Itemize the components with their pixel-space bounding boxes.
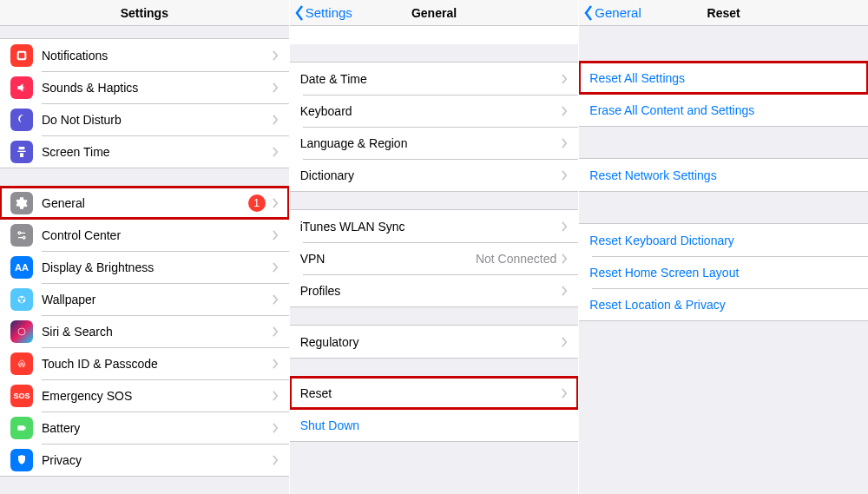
control-center-label: Control Center <box>42 228 273 242</box>
touchid-row[interactable]: Touch ID & Passcode <box>0 347 289 379</box>
wallpaper-label: Wallpaper <box>42 293 273 306</box>
general-row[interactable]: General 1 <box>0 187 289 219</box>
dnd-label: Do Not Disturb <box>42 113 273 127</box>
vpn-label: VPN <box>300 252 476 266</box>
general-title: General <box>411 6 457 20</box>
chevron-right-icon <box>273 326 279 337</box>
reset-content[interactable]: Reset All Settings Erase All Content and… <box>579 26 868 494</box>
sos-label: Emergency SOS <box>42 389 273 403</box>
wallpaper-row[interactable]: Wallpaper <box>0 283 289 315</box>
reset-location-label: Reset Location & Privacy <box>589 298 858 312</box>
touchid-icon <box>10 352 33 375</box>
reset-row[interactable]: Reset <box>290 377 579 409</box>
shut-down-label: Shut Down <box>300 418 569 432</box>
notifications-label: Notifications <box>42 49 273 63</box>
sos-icon: SOS <box>10 385 33 407</box>
chevron-left-icon <box>295 5 304 21</box>
general-pane: Settings General Date & Time Keyboard La… <box>290 0 579 494</box>
svg-point-2 <box>18 232 21 234</box>
dnd-icon <box>10 109 33 131</box>
screen-time-icon <box>10 141 33 163</box>
reset-title: Reset <box>707 6 740 20</box>
regulatory-label: Regulatory <box>300 335 562 349</box>
touchid-label: Touch ID & Passcode <box>42 357 273 371</box>
shut-down-row[interactable]: Shut Down <box>290 409 579 441</box>
reset-network-row[interactable]: Reset Network Settings <box>579 159 868 191</box>
sos-row[interactable]: SOS Emergency SOS <box>0 379 289 412</box>
erase-all-row[interactable]: Erase All Content and Settings <box>579 94 868 126</box>
svg-rect-10 <box>24 426 25 429</box>
settings-title: Settings <box>121 6 168 20</box>
reset-pane: General Reset Reset All Settings Erase A… <box>579 0 868 494</box>
language-region-row[interactable]: Language & Region <box>290 127 579 159</box>
back-to-settings-label: Settings <box>306 5 352 20</box>
dictionary-row[interactable]: Dictionary <box>290 159 579 191</box>
chevron-right-icon <box>562 221 568 232</box>
chevron-right-icon <box>562 286 568 296</box>
chevron-right-icon <box>273 115 279 125</box>
siri-icon <box>10 320 33 343</box>
reset-keyboard-dict-label: Reset Keyboard Dictionary <box>589 234 858 247</box>
regulatory-row[interactable]: Regulatory <box>290 326 579 358</box>
general-badge: 1 <box>248 194 266 212</box>
sounds-label: Sounds & Haptics <box>42 81 273 95</box>
chevron-right-icon <box>273 147 279 157</box>
chevron-right-icon <box>273 82 279 93</box>
chevron-right-icon <box>562 337 568 347</box>
chevron-right-icon <box>562 388 568 398</box>
profiles-row[interactable]: Profiles <box>290 274 579 306</box>
general-header: Settings General <box>290 0 579 26</box>
svg-point-3 <box>23 236 25 239</box>
siri-row[interactable]: Siri & Search <box>0 315 289 347</box>
language-region-label: Language & Region <box>300 136 562 150</box>
itunes-sync-row[interactable]: iTunes WLAN Sync <box>290 210 579 242</box>
screen-time-row[interactable]: Screen Time <box>0 135 289 168</box>
back-to-settings-button[interactable]: Settings <box>295 0 352 25</box>
sounds-icon <box>10 76 33 99</box>
battery-icon <box>10 417 33 439</box>
notifications-row[interactable]: Notifications <box>0 39 289 71</box>
battery-label: Battery <box>42 421 273 435</box>
dnd-row[interactable]: Do Not Disturb <box>0 103 289 135</box>
privacy-row[interactable]: Privacy <box>0 444 289 476</box>
general-content[interactable]: Date & Time Keyboard Language & Region D… <box>290 26 579 494</box>
display-label: Display & Brightness <box>42 260 273 274</box>
date-time-label: Date & Time <box>300 72 562 86</box>
svg-point-8 <box>18 328 25 335</box>
truncated-prev-row[interactable] <box>290 26 579 44</box>
wallpaper-icon <box>10 288 33 311</box>
svg-point-6 <box>18 300 21 302</box>
privacy-icon <box>10 449 33 471</box>
battery-row[interactable]: Battery <box>0 412 289 444</box>
back-to-general-label: General <box>595 5 641 20</box>
chevron-right-icon <box>273 455 279 465</box>
chevron-right-icon <box>273 230 279 240</box>
svg-rect-1 <box>19 52 25 58</box>
sounds-row[interactable]: Sounds & Haptics <box>0 71 289 103</box>
reset-all-settings-label: Reset All Settings <box>589 71 858 85</box>
chevron-right-icon <box>562 254 568 264</box>
reset-keyboard-dict-row[interactable]: Reset Keyboard Dictionary <box>579 224 868 256</box>
back-to-general-button[interactable]: General <box>584 0 641 25</box>
notifications-icon <box>10 44 33 67</box>
chevron-right-icon <box>273 359 279 369</box>
settings-content[interactable]: Notifications Sounds & Haptics Do Not Di… <box>0 26 289 494</box>
erase-all-label: Erase All Content and Settings <box>589 103 858 117</box>
chevron-left-icon <box>584 5 593 21</box>
keyboard-label: Keyboard <box>300 104 562 118</box>
reset-label: Reset <box>300 386 562 400</box>
vpn-row[interactable]: VPN Not Connected <box>290 242 579 274</box>
reset-home-row[interactable]: Reset Home Screen Layout <box>579 256 868 288</box>
chevron-right-icon <box>273 294 279 305</box>
keyboard-row[interactable]: Keyboard <box>290 95 579 127</box>
control-center-row[interactable]: Control Center <box>0 219 289 251</box>
reset-location-row[interactable]: Reset Location & Privacy <box>579 288 868 320</box>
date-time-row[interactable]: Date & Time <box>290 63 579 95</box>
svg-point-5 <box>21 296 23 299</box>
reset-home-label: Reset Home Screen Layout <box>589 266 858 280</box>
display-row[interactable]: AA Display & Brightness <box>0 251 289 283</box>
screen-time-label: Screen Time <box>42 145 273 159</box>
chevron-right-icon <box>273 50 279 61</box>
reset-all-settings-row[interactable]: Reset All Settings <box>579 62 868 94</box>
chevron-right-icon <box>273 423 279 433</box>
